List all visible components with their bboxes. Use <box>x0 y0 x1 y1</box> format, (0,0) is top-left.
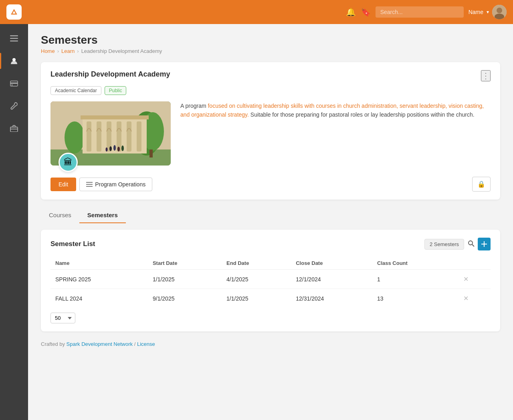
svg-point-27 <box>113 145 116 151</box>
app-logo[interactable] <box>6 4 22 20</box>
program-image-wrap: 🏛 <box>50 101 171 166</box>
list-search-button[interactable] <box>467 240 475 249</box>
row-2-delete-button[interactable]: ✕ <box>463 295 469 302</box>
row-1-class-count: 1 <box>372 270 458 289</box>
svg-point-26 <box>109 146 112 151</box>
breadcrumb-home[interactable]: Home <box>41 48 55 54</box>
svg-rect-20 <box>97 121 101 151</box>
table-row: FALL 2024 9/1/2025 1/1/2025 12/31/2024 1… <box>50 289 491 308</box>
svg-rect-16 <box>149 149 153 158</box>
main-content: Semesters Home › Learn › Leadership Deve… <box>28 24 513 420</box>
program-card: Leadership Development Academy ⋮ Academi… <box>41 62 500 200</box>
row-1-close-date: 12/1/2024 <box>291 270 372 289</box>
sidebar-item-briefcase[interactable] <box>0 117 28 139</box>
lock-button[interactable]: 🔒 <box>472 177 491 192</box>
breadcrumb-current: Leadership Development Academy <box>81 48 162 54</box>
svg-point-34 <box>469 241 473 245</box>
col-header-start-date: Start Date <box>148 257 222 270</box>
avatar <box>492 5 507 19</box>
svg-rect-5 <box>10 40 18 42</box>
program-description: A program focused on cultivating leaders… <box>180 101 491 119</box>
add-semester-button[interactable] <box>478 238 491 250</box>
footer-license-link[interactable]: License <box>137 341 155 347</box>
col-header-class-count: Class Count <box>372 257 458 270</box>
row-2-end-date: 1/1/2025 <box>222 289 291 308</box>
program-badge: 🏛 <box>59 153 78 172</box>
left-actions: Edit Program Operations <box>50 178 152 191</box>
tabs-row: Courses Semesters <box>41 208 500 223</box>
list-header: Semester List 2 Semesters <box>50 238 491 250</box>
top-header: 🔔 🔖 Name ▾ <box>0 0 513 24</box>
semester-table: Name Start Date End Date Close Date Clas… <box>50 257 491 308</box>
svg-rect-19 <box>87 121 91 151</box>
user-dropdown-arrow: ▾ <box>487 9 489 15</box>
pagination-row: 10 25 50 100 <box>50 313 491 323</box>
col-header-close-date: Close Date <box>291 257 372 270</box>
sidebar <box>0 24 28 420</box>
row-2-class-count: 13 <box>372 289 458 308</box>
row-1-name: SPRING 2025 <box>50 270 148 289</box>
col-header-name: Name <box>50 257 148 270</box>
program-title: Leadership Development Academy <box>50 70 170 79</box>
tab-courses[interactable]: Courses <box>41 208 79 223</box>
footer-text: Crafted by <box>41 341 67 347</box>
more-options-button[interactable]: ⋮ <box>481 70 491 81</box>
tab-semesters[interactable]: Semesters <box>79 208 126 223</box>
bell-icon[interactable]: 🔔 <box>346 7 356 17</box>
footer-spark-link[interactable]: Spark Development Network <box>67 341 133 347</box>
row-1-delete-button[interactable]: ✕ <box>463 275 469 283</box>
svg-point-28 <box>117 147 120 151</box>
user-name: Name <box>469 9 483 15</box>
svg-point-30 <box>106 147 108 151</box>
svg-line-35 <box>472 244 474 246</box>
col-header-end-date: End Date <box>222 257 291 270</box>
svg-rect-10 <box>10 127 18 132</box>
svg-rect-3 <box>10 35 18 36</box>
sidebar-item-finance[interactable] <box>0 72 28 95</box>
program-ops-label: Program Operations <box>95 181 145 188</box>
footer-separator: / <box>134 341 137 347</box>
table-header-row: Name Start Date End Date Close Date Clas… <box>50 257 491 270</box>
svg-rect-25 <box>81 115 149 119</box>
svg-point-6 <box>12 58 16 61</box>
per-page-select[interactable]: 10 25 50 100 <box>50 313 75 323</box>
bookmark-icon[interactable]: 🔖 <box>361 7 371 17</box>
desc-highlight: focused on cultivating leadership skills… <box>180 103 484 118</box>
page-title: Semesters <box>41 34 500 46</box>
program-card-header: Leadership Development Academy ⋮ <box>50 70 491 81</box>
svg-rect-37 <box>481 244 487 244</box>
svg-rect-4 <box>10 38 18 39</box>
svg-point-9 <box>12 85 13 86</box>
semester-list-card: Semester List 2 Semesters <box>41 230 500 331</box>
row-2-start-date: 9/1/2025 <box>148 289 222 308</box>
svg-point-17 <box>65 121 85 153</box>
search-input[interactable] <box>376 6 464 18</box>
header-right: 🔔 🔖 Name ▾ <box>346 5 507 19</box>
col-header-actions <box>458 257 491 270</box>
edit-button[interactable]: Edit <box>50 178 76 191</box>
user-menu[interactable]: Name ▾ <box>469 5 507 19</box>
tag-row: Academic Calendar Public <box>50 86 491 95</box>
row-2-close-date: 12/31/2024 <box>291 289 372 308</box>
svg-rect-8 <box>10 83 18 84</box>
breadcrumb: Home › Learn › Leadership Development Ac… <box>41 48 500 54</box>
row-1-end-date: 4/1/2025 <box>222 270 291 289</box>
svg-rect-23 <box>127 121 131 151</box>
svg-point-1 <box>497 8 502 13</box>
sidebar-item-tools[interactable] <box>0 95 28 117</box>
tag-academic-calendar: Academic Calendar <box>50 86 101 95</box>
list-controls: 2 Semesters <box>424 238 491 250</box>
footer: Crafted by Spark Development Network / L… <box>41 341 500 347</box>
semester-count-badge: 2 Semesters <box>424 239 464 250</box>
sidebar-item-people[interactable] <box>0 50 28 72</box>
sidebar-item-menu[interactable] <box>0 27 28 50</box>
list-title: Semester List <box>50 240 95 248</box>
program-operations-button[interactable]: Program Operations <box>79 178 152 191</box>
tag-public: Public <box>105 86 127 95</box>
table-row: SPRING 2025 1/1/2025 4/1/2025 12/1/2024 … <box>50 270 491 289</box>
row-1-start-date: 1/1/2025 <box>148 270 222 289</box>
breadcrumb-learn[interactable]: Learn <box>61 48 75 54</box>
row-2-name: FALL 2024 <box>50 289 148 308</box>
program-info: 🏛 A program focused on cultivating leade… <box>50 101 491 166</box>
svg-rect-24 <box>137 121 141 151</box>
